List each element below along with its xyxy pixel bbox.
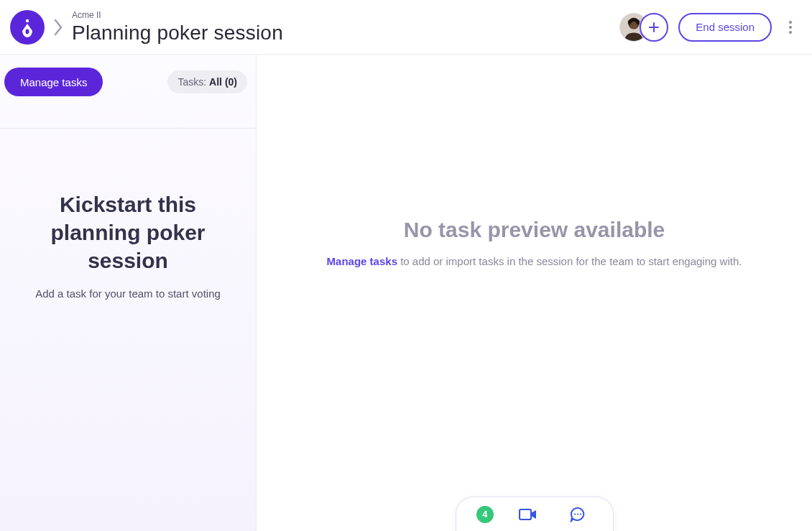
svg-rect-7 (520, 509, 531, 520)
chat-button[interactable] (563, 503, 592, 526)
video-button[interactable] (514, 503, 543, 526)
tasks-filter-value: All (0) (209, 76, 237, 88)
svg-point-10 (580, 513, 581, 514)
breadcrumb-org[interactable]: Acme II (72, 10, 283, 20)
sidebar-empty-state: Kickstart this planning poker session Ad… (0, 129, 256, 531)
chat-icon (570, 507, 586, 522)
svg-point-6 (789, 31, 792, 34)
header-left: Acme II Planning poker session (10, 10, 283, 45)
sidebar-empty-subtext: Add a task for your team to start voting (35, 287, 221, 300)
svg-point-8 (574, 513, 576, 514)
plus-icon (649, 22, 659, 32)
svg-point-0 (26, 19, 29, 22)
app-logo[interactable] (10, 10, 45, 45)
participants (619, 13, 668, 42)
more-vertical-icon (789, 21, 792, 34)
add-participant-button[interactable] (640, 13, 668, 42)
end-session-button[interactable]: End session (678, 13, 772, 42)
manage-tasks-link[interactable]: Manage tasks (327, 255, 397, 267)
svg-point-1 (26, 29, 29, 34)
svg-point-4 (789, 21, 792, 24)
main-empty-heading: No task preview available (404, 218, 665, 242)
sidebar-empty-heading: Kickstart this planning poker session (14, 190, 241, 274)
sidebar: Manage tasks Tasks: All (0) Kickstart th… (0, 55, 256, 531)
breadcrumb-separator-icon (53, 18, 63, 37)
main-empty-rest: to add or import tasks in the session fo… (397, 255, 742, 267)
title-group: Acme II Planning poker session (72, 10, 283, 45)
main-empty-text: Manage tasks to add or import tasks in t… (327, 255, 742, 267)
tasks-filter[interactable]: Tasks: All (0) (167, 70, 247, 93)
main-panel: No task preview available Manage tasks t… (256, 55, 812, 531)
manage-tasks-button[interactable]: Manage tasks (4, 68, 103, 96)
app-body: Manage tasks Tasks: All (0) Kickstart th… (0, 55, 812, 531)
svg-point-5 (789, 26, 792, 29)
video-icon (519, 507, 538, 522)
tasks-filter-label: Tasks: (177, 76, 206, 88)
floating-dock: 4 (456, 497, 614, 531)
more-menu-button[interactable] (782, 13, 799, 42)
svg-point-9 (577, 513, 578, 514)
sidebar-toolbar: Manage tasks Tasks: All (0) (0, 55, 256, 129)
page-title: Planning poker session (72, 22, 283, 45)
header-right: End session (619, 13, 799, 42)
main-empty-state: No task preview available Manage tasks t… (257, 55, 812, 531)
logo-icon (19, 17, 35, 38)
app-header: Acme II Planning poker session End sessi… (0, 0, 812, 55)
dock-count-badge[interactable]: 4 (476, 506, 494, 523)
